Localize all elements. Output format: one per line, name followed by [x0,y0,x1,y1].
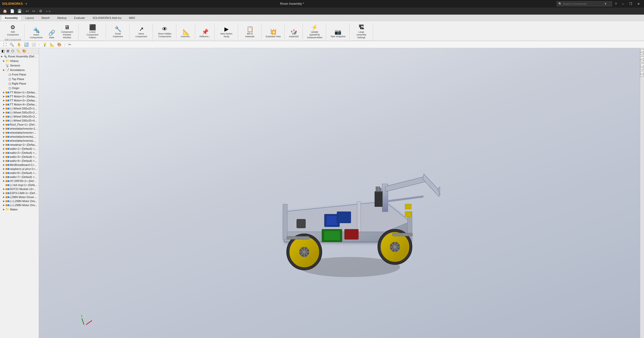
tree-item[interactable]: ▶(-) Wheel D65x25<3... [0,115,39,119]
zoom-in-button[interactable]: 🔍 [9,42,15,47]
tree-item[interactable]: ▶(-) Wheel D65x25<1... [0,106,39,110]
options-button[interactable]: ⚙ [38,9,44,14]
tree-item[interactable]: ◻Right Plane [0,81,39,86]
exploded-view-button[interactable]: 💥 Exploded View [264,28,282,39]
tree-item[interactable]: ▶TT Motor<4> (Defau... [0,102,39,106]
tree-item[interactable]: ▶newatmp<1> (Defau... [0,143,39,147]
save-button[interactable]: 💾 [16,9,23,14]
tree-item[interactable]: ▶wheelattachments<1... [0,127,39,131]
new-motion-study-button[interactable]: ▶ New Motion Study [217,25,236,39]
undo-button[interactable]: ↩ [25,9,30,14]
reference-button[interactable]: 📌 Referenc... [198,28,212,39]
tree-item[interactable]: ◻Front Plane [0,72,39,77]
tree-item[interactable]: ▶(-) L298N Motor Driv... [0,199,39,203]
rp-btn-4[interactable]: ◁ [640,71,644,77]
rotate-button[interactable]: 🔄 [23,42,29,47]
tree-item[interactable]: ▶(-) L298N Motor Driv... [0,203,39,207]
tree-item[interactable]: ▶Roof_Floor<1> (Def... [0,123,39,127]
tab-sketch[interactable]: Sketch [38,15,54,20]
robot-model [239,106,440,282]
tree-item[interactable]: ▶📝Annotations [0,68,39,72]
preview-window-button[interactable]: 🖥 Component Preview Window [58,24,76,40]
tree-item[interactable]: ▶TT Motor<2> (Defau... [0,94,39,98]
tree-item[interactable]: ▶MiniBreadboard<1>... [0,163,39,167]
tree-item[interactable]: ▶(-) Wheel D65x25<4... [0,119,39,123]
show-hidden-button[interactable]: 👁 Show Hidden Components [155,25,174,39]
tree-tb-dim-btn[interactable]: 📏 [15,49,21,53]
section-view-button[interactable]: ✂ [67,42,72,47]
tree-tb-appearance-btn[interactable]: 🎨 [21,49,27,53]
tree-item[interactable]: ▶wheelattachmentsL... [0,135,39,139]
tree-item[interactable]: ◻Origin [0,86,39,90]
home-button[interactable]: 🏠 [2,9,8,14]
tree-tb-feature-btn[interactable]: ◧ [1,49,5,53]
zoom-to-fit-button[interactable]: ⛶ [2,42,8,47]
search-bar[interactable]: 🔍 ▼ [557,1,612,6]
instant3d-button[interactable]: 🎲 Instant3D [287,28,300,39]
update-speedpak-button[interactable]: ⚡ Update SpeedPak Subassemblies [305,24,324,40]
viewport[interactable]: X Y Z [39,48,640,338]
sensor-tooth-4 [380,188,381,192]
tree-item[interactable]: ▶walls<1> (Default) <... [0,147,39,151]
tree-item[interactable]: ▶HY-SRF05<1> (Default) [0,179,39,183]
tree-tb-property-btn[interactable]: ⊞ [6,49,10,53]
tree-tb-config-btn[interactable]: ⬡ [11,49,15,53]
tree-item[interactable]: ▶📁Mates [0,207,39,212]
minimize-button[interactable]: ─ [620,0,626,8]
tree-item[interactable]: ▶TT Motor<3> (Defau... [0,98,39,102]
tree-item[interactable]: ▶📁History [0,59,39,63]
insert-components-button[interactable]: 🔩 Insert Components [27,26,46,40]
tree-root[interactable]: ▶ 🔩 Rover Assembly (Defau... [0,54,39,59]
ribbon-group-bom-label [241,40,259,41]
tree-item[interactable]: ▶L298N Motor Driver-... [0,195,39,199]
fasteners-icon: 🔧 [115,26,121,32]
tree-item[interactable]: ▶walls<6> (Default) <... [0,171,39,175]
large-assembly-button[interactable]: 🏗 Large Assembly Settings [352,24,371,40]
tree-item-label: Annotations [10,68,25,71]
tab-assembly[interactable]: Assembly [1,15,22,20]
tree-item[interactable]: ▶walls<2> (Default) <... [0,151,39,155]
linear-pattern-button[interactable]: ⬛ Linear Component Pattern [81,24,104,40]
close-button[interactable]: ✕ [635,0,642,8]
pan-button[interactable]: ✋ [16,42,22,47]
smart-fasteners-button[interactable]: 🔧 Smart Fasteners [109,25,127,39]
rp-btn-2[interactable]: ◁ [640,56,644,62]
tab-markup[interactable]: Markup [54,15,71,20]
tab-layout[interactable]: Layout [22,15,38,20]
tab-mbd[interactable]: MBD [125,15,139,20]
display-style-button[interactable]: 💡 [42,42,48,47]
search-input[interactable] [563,2,603,5]
view-orientation-button[interactable]: 📐 [49,42,55,47]
move-component-button[interactable]: ↗ Move Component [132,25,151,39]
redo-button[interactable]: ↪ [31,9,36,14]
tab-addins[interactable]: SOLIDWORKS Add-Ins [89,15,125,20]
search-dropdown-icon[interactable]: ▼ [604,2,607,5]
tree-item[interactable]: ▶ESP3-CAM<1> (Defa... [0,191,39,195]
tree-item[interactable]: ▶wheelattachments<... [0,131,39,135]
tree-item[interactable]: ▶DHT22 Module v3<1>... [0,187,39,191]
rp-btn-3[interactable]: ◁ [640,64,644,69]
tab-evaluate[interactable]: Evaluate [70,15,89,20]
appearance-button[interactable]: 🎨 [56,42,62,47]
tree-item[interactable]: ▶walls<7> (Default) <... [0,175,39,179]
tree-item[interactable]: ▶TT Motor<1> (Defau... [0,90,39,94]
restore-button[interactable]: ❐ [627,0,634,8]
tree-item[interactable]: ▶raspberry pi pico<1>... [0,167,39,171]
take-snapshot-button[interactable]: 📷 Take Snapshot [329,28,347,39]
assembly-features-button[interactable]: 📐 Assembl... [179,28,193,39]
tree-item[interactable]: ▶walls<4> (Default) <... [0,159,39,163]
tree-item[interactable]: 📡Sensors [0,63,39,68]
tree-item[interactable]: ▶wheelattachmentsLE... [0,139,39,143]
tree-item[interactable]: ◻Top Plane [0,77,39,81]
tree-item-label: walls<6> (Default) <... [10,171,37,174]
bom-button[interactable]: 📋 Bill of Materials [241,25,259,39]
tree-item[interactable]: (-) led ring<1> (Default... [0,183,39,187]
mate-button[interactable]: 🔗 Mate [46,29,57,40]
edit-component-button[interactable]: ⚙ Edit Component [4,24,22,37]
new-button[interactable]: 📄 [9,9,16,14]
help-button[interactable]: ? [613,0,619,8]
zoom-area-button[interactable]: ⬜ [30,42,37,47]
tree-item[interactable]: ▶walls<3> (Default) <... [0,155,39,159]
rp-btn-1[interactable]: ◁ [640,49,644,55]
tree-item[interactable]: ▶(-) Wheel D65x25<2... [0,110,39,115]
